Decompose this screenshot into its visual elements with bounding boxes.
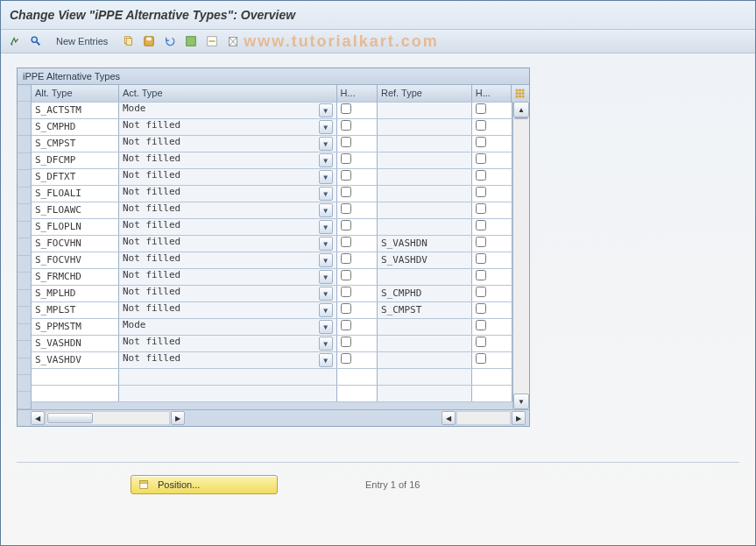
row-selector[interactable] <box>18 222 31 238</box>
dropdown-icon[interactable]: ▼ <box>319 253 333 267</box>
cell-act-type[interactable]: Not filled▼ <box>118 135 336 152</box>
checkbox-input[interactable] <box>341 320 351 330</box>
checkbox-input[interactable] <box>341 220 351 230</box>
cell-checkbox-h1[interactable] <box>336 252 377 268</box>
cell-act-type[interactable]: Not filled▼ <box>118 118 336 135</box>
dropdown-icon[interactable]: ▼ <box>319 170 333 184</box>
checkbox-input[interactable] <box>476 137 486 147</box>
cell-act-type[interactable]: Not filled▼ <box>118 301 336 318</box>
checkbox-input[interactable] <box>341 153 351 164</box>
row-selector[interactable] <box>18 102 31 118</box>
row-selector[interactable] <box>18 238 31 255</box>
row-selector[interactable] <box>18 273 31 289</box>
dropdown-icon[interactable]: ▼ <box>319 237 333 251</box>
cell-act-type[interactable]: Not filled▼ <box>118 252 336 268</box>
cell-alt-type[interactable]: S_MPLHD <box>32 285 118 301</box>
checkbox-input[interactable] <box>341 303 351 314</box>
cell-checkbox-h2[interactable] <box>471 252 512 268</box>
cell-alt-type[interactable]: S_PPMSTM <box>32 318 118 335</box>
cell-alt-type[interactable]: S_FLOALI <box>32 185 118 202</box>
col-ref-type[interactable]: Ref. Type <box>378 85 472 102</box>
checkbox-input[interactable] <box>476 120 486 131</box>
cell-checkbox-h2[interactable] <box>471 168 512 185</box>
cell-act-type[interactable]: Not filled▼ <box>118 168 336 185</box>
table-row[interactable]: S_FLOALINot filled▼@AO@Alternative Line <box>32 185 529 202</box>
cell-ref-type[interactable]: S_CMPHD <box>378 285 472 301</box>
cell-checkbox-h1[interactable] <box>336 318 377 335</box>
checkbox-input[interactable] <box>476 220 486 230</box>
checkbox-input[interactable] <box>341 103 351 114</box>
cell-ref-type[interactable] <box>378 268 472 285</box>
delete-icon[interactable] <box>224 32 242 50</box>
table-row[interactable]: S_DFTXTNot filled▼@AR@User-Defined Tex <box>32 168 529 185</box>
cell-alt-type[interactable]: S_CMPHD <box>32 118 118 135</box>
find-icon[interactable] <box>27 32 45 50</box>
cell-ref-type[interactable] <box>378 185 472 202</box>
select-all-icon[interactable] <box>182 32 200 50</box>
dropdown-icon[interactable]: ▼ <box>319 270 333 284</box>
cell-ref-type[interactable] <box>378 135 472 152</box>
cell-ref-type[interactable] <box>378 318 472 335</box>
scroll-down-icon[interactable]: ▼ <box>513 394 529 409</box>
checkbox-input[interactable] <box>341 187 351 197</box>
row-selector[interactable] <box>18 256 31 273</box>
table-row[interactable]: S_FLOAWCNot filled▼@AO@Alternative Work <box>32 202 529 218</box>
table-row[interactable]: S_PPMSTMMode▼@N5@Mode of an Activ <box>32 318 529 335</box>
cell-act-type[interactable]: Not filled▼ <box>118 335 336 351</box>
row-selector[interactable] <box>18 170 31 187</box>
row-selector[interactable] <box>18 375 31 392</box>
cell-alt-type[interactable]: S_FRMCHD <box>32 268 118 285</box>
scroll-left-icon[interactable]: ◀ <box>31 411 45 425</box>
deselect-all-icon[interactable] <box>203 32 221 50</box>
cell-checkbox-h1[interactable] <box>336 118 377 135</box>
cell-act-type[interactable]: Not filled▼ <box>118 202 336 218</box>
cell-checkbox-h2[interactable] <box>471 351 512 368</box>
cell-checkbox-h1[interactable] <box>336 202 377 218</box>
cell-alt-type[interactable]: S_VASHDV <box>32 351 118 368</box>
checkbox-input[interactable] <box>476 287 486 297</box>
dropdown-icon[interactable]: ▼ <box>319 303 333 317</box>
cell-ref-type[interactable]: S_VASHDN <box>378 235 472 252</box>
cell-ref-type[interactable] <box>378 102 472 118</box>
cell-alt-type[interactable]: S_CMPST <box>32 135 118 152</box>
table-row[interactable]: S_FRMCHDNot filled▼Formula: Access <box>32 268 529 285</box>
table-row[interactable] <box>32 385 529 401</box>
table-row[interactable]: S_FLOPLNNot filled▼@62@Part of Line Netw <box>32 218 529 235</box>
copy-icon[interactable] <box>119 32 137 50</box>
dropdown-icon[interactable]: ▼ <box>319 320 333 334</box>
cell-act-type[interactable]: Not filled▼ <box>118 285 336 301</box>
cell-checkbox-h2[interactable] <box>471 185 512 202</box>
cell-act-type[interactable]: Not filled▼ <box>118 351 336 368</box>
cell-checkbox-h2[interactable] <box>471 318 512 335</box>
checkbox-input[interactable] <box>341 237 351 247</box>
checkbox-input[interactable] <box>476 203 486 214</box>
cell-checkbox-h1[interactable] <box>336 285 377 301</box>
checkbox-input[interactable] <box>341 287 351 297</box>
cell-checkbox-h1[interactable] <box>336 268 377 285</box>
table-row[interactable]: S_CMPHDNot filled▼@MZ@PVS Access Alter <box>32 118 529 135</box>
cell-ref-type[interactable] <box>378 351 472 368</box>
table-row[interactable] <box>32 368 529 385</box>
cell-ref-type[interactable]: S_VASHDV <box>378 252 472 268</box>
table-row[interactable]: S_VASHDNNot filled▼@MZ@Variant assembly <box>32 335 529 351</box>
cell-checkbox-h2[interactable] <box>471 135 512 152</box>
row-selector[interactable] <box>18 136 31 152</box>
cell-checkbox-h2[interactable] <box>471 152 512 168</box>
row-selector[interactable] <box>18 119 31 136</box>
cell-checkbox-h1[interactable] <box>336 351 377 368</box>
cell-ref-type[interactable] <box>378 335 472 351</box>
scroll-left-icon[interactable]: ◀ <box>442 411 456 425</box>
table-row[interactable]: S_FOCVHNNot filled▼S_VASHDN@MZ@Focus VA … <box>32 235 529 252</box>
cell-act-type[interactable]: Not filled▼ <box>118 152 336 168</box>
table-row[interactable]: S_VASHDVNot filled▼@N7@Assembly alternat <box>32 351 529 368</box>
cell-checkbox-h1[interactable] <box>336 218 377 235</box>
dropdown-icon[interactable]: ▼ <box>319 220 333 234</box>
cell-checkbox-h1[interactable] <box>336 185 377 202</box>
position-button[interactable]: Position... <box>131 475 278 494</box>
dropdown-icon[interactable]: ▼ <box>319 337 333 351</box>
checkbox-input[interactable] <box>341 170 351 181</box>
cell-alt-type[interactable]: S_VASHDN <box>32 335 118 351</box>
cell-ref-type[interactable] <box>378 168 472 185</box>
dropdown-icon[interactable]: ▼ <box>319 353 333 367</box>
checkbox-input[interactable] <box>341 137 351 147</box>
